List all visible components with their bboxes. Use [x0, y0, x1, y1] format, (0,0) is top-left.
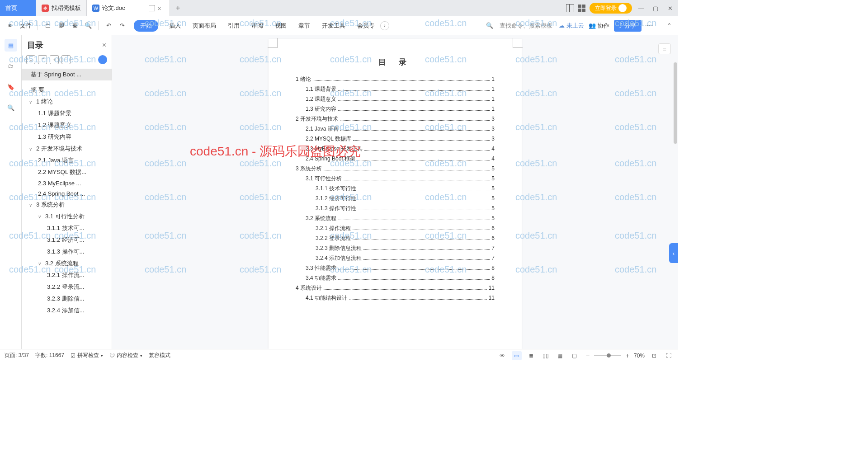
expand-icon[interactable]: ⌃ [663, 19, 675, 32]
toc-entry[interactable]: 1.3 研究内容1 [306, 105, 495, 113]
close-window-button[interactable]: ✕ [665, 3, 675, 14]
outline-abstract[interactable]: 摘 要 [22, 84, 112, 96]
outline-item[interactable]: 3.1.1 技术可... [22, 222, 112, 234]
menu-tab-2[interactable]: 页面布局 [192, 20, 217, 32]
tab-document[interactable]: W 论文.doc × [87, 0, 170, 16]
menu-tab-8[interactable]: 会员专 [356, 20, 376, 32]
toc-entry[interactable]: 1.2 课题意义1 [306, 95, 495, 103]
toc-entry[interactable]: 2.3 MyEclipse 开发工具4 [306, 145, 495, 153]
page-view-icon[interactable]: ▭ [512, 351, 522, 360]
app-grid-icon[interactable] [578, 4, 586, 12]
add-item-icon[interactable]: + [50, 55, 59, 64]
outline-item[interactable]: 3.1.3 操作可... [22, 246, 112, 258]
chat-bubble-icon[interactable] [98, 55, 107, 64]
outline-item[interactable]: 1.3 研究内容 [22, 131, 112, 143]
outline-item[interactable]: 3.1.2 经济可... [22, 234, 112, 246]
outline-view-icon[interactable]: ≣ [526, 351, 536, 360]
chevron-down-icon[interactable]: ∨ [29, 146, 34, 151]
zoom-slider[interactable] [594, 355, 621, 356]
toc-entry[interactable]: 3.2.4 添加信息流程7 [316, 254, 495, 262]
tab-template[interactable]: ❖ 找稻壳模板 [36, 0, 87, 16]
outline-item[interactable]: ∨2 开发环境与技术 [22, 143, 112, 155]
outline-item[interactable]: 2.1 Java 语言 [22, 155, 112, 166]
menu-tab-7[interactable]: 开发工具 [321, 20, 346, 32]
zoom-out-button[interactable]: − [584, 352, 591, 359]
toc-entry[interactable]: 2.2 MYSQL 数据库3 [306, 135, 495, 143]
menu-tab-1[interactable]: 插入 [168, 20, 182, 32]
nav-right-icon[interactable]: › [380, 21, 389, 30]
cloud-status[interactable]: ☁ 未上云 [559, 22, 584, 30]
toc-entry[interactable]: 3.2.2 登录流程6 [316, 235, 495, 242]
toc-entry[interactable]: 3.1.2 经济可行性5 [316, 195, 495, 202]
toc-entry[interactable]: 4 系统设计11 [296, 284, 495, 292]
menu-tab-5[interactable]: 视图 [274, 20, 288, 32]
outline-item[interactable]: 3.2.4 添加信... [22, 305, 112, 316]
redo-icon[interactable]: ↷ [116, 19, 128, 32]
close-panel-icon[interactable]: × [102, 41, 106, 49]
undo-icon[interactable]: ↶ [102, 19, 115, 32]
side-tab-button[interactable]: ‹ [669, 243, 678, 263]
toc-entry[interactable]: 3.1.3 操作可行性5 [316, 205, 495, 212]
outline-item[interactable]: ∨3 系统分析 [22, 199, 112, 211]
menu-tab-0[interactable]: 开始 [134, 20, 158, 32]
print-preview-icon[interactable]: 🔍 [82, 19, 94, 32]
outline-item[interactable]: 1.1 课题背景 [22, 108, 112, 119]
scrollbar-thumb[interactable] [674, 62, 677, 144]
fit-width-icon[interactable]: ⊡ [649, 351, 659, 360]
outline-item[interactable]: 2.3 MyEclipse ... [22, 178, 112, 188]
outline-item[interactable]: 3.2.1 操作流... [22, 269, 112, 281]
menu-tab-6[interactable]: 章节 [297, 20, 311, 32]
collapse-all-icon[interactable]: ⌄ [26, 55, 35, 64]
spellcheck-toggle[interactable]: ☑拼写检查▾ [71, 352, 103, 359]
toc-entry[interactable]: 3 系统分析5 [296, 165, 495, 173]
toc-entry[interactable]: 2.4 Spring Boot 框架4 [306, 155, 495, 163]
login-button[interactable]: 立即登录 [590, 3, 632, 14]
menu-tab-3[interactable]: 引用 [227, 20, 241, 32]
toc-entry[interactable]: 3.1 可行性分析5 [306, 175, 495, 183]
search-rail-icon[interactable]: 🔍 [5, 101, 17, 114]
menu-icon[interactable]: ≡ [4, 19, 16, 32]
right-panel-toggle[interactable]: ≡ [658, 43, 671, 54]
outline-rail-icon[interactable]: ▤ [5, 39, 17, 52]
chevron-down-icon[interactable]: ∨ [29, 99, 34, 104]
outline-item[interactable]: 2.2 MYSQL 数据... [22, 166, 112, 178]
layers-rail-icon[interactable]: 🗂 [5, 60, 17, 72]
toc-entry[interactable]: 2 开发环境与技术3 [296, 115, 495, 123]
maximize-button[interactable]: ▢ [650, 3, 661, 14]
outline-item[interactable]: ∨1 绪论 [22, 96, 112, 108]
eye-icon[interactable]: 👁 [497, 351, 507, 360]
page-indicator[interactable]: 页面: 3/37 [5, 352, 29, 359]
share-button[interactable]: ⤴ 分享 [614, 20, 642, 32]
outline-item[interactable]: 3.2.3 删除信... [22, 293, 112, 305]
toc-entry[interactable]: 3.2.3 删除信息流程7 [316, 245, 495, 252]
zoom-in-button[interactable]: + [624, 352, 631, 359]
close-tab-icon[interactable]: × [158, 5, 164, 11]
toc-entry[interactable]: 3.2 系统流程5 [306, 215, 495, 222]
chevron-down-icon[interactable]: ∨ [38, 214, 43, 219]
toc-entry[interactable]: 2.1 Java 语言3 [306, 125, 495, 133]
scrollbar[interactable] [674, 35, 677, 349]
toc-entry[interactable]: 3.4 功能需求8 [306, 274, 495, 282]
chevron-down-icon[interactable]: ∨ [38, 261, 43, 266]
toc-entry[interactable]: 4.1 功能结构设计11 [306, 294, 495, 302]
zoom-slider-thumb[interactable] [607, 353, 611, 358]
minimize-button[interactable]: — [636, 3, 646, 14]
content-check-toggle[interactable]: 🛡内容检查▾ [109, 352, 142, 359]
compat-mode[interactable]: 兼容模式 [149, 352, 170, 359]
toc-entry[interactable]: 3.2.1 操作流程6 [316, 225, 495, 232]
read-view-icon[interactable]: ▯▯ [541, 351, 551, 360]
collab-button[interactable]: 👥 协作 [589, 22, 609, 30]
file-menu[interactable]: 文件 [18, 22, 33, 30]
split-view-icon[interactable] [566, 4, 574, 12]
more-icon[interactable]: ⋯ [646, 21, 653, 30]
search-command[interactable]: 查找命令、搜索模板 [498, 22, 554, 30]
tab-home[interactable]: 首页 [0, 0, 36, 16]
outline-item[interactable]: 2.4 Spring Boot ... [22, 188, 112, 199]
fullscreen-icon[interactable]: ▢ [570, 351, 580, 360]
save-icon[interactable]: 🗀 [41, 19, 54, 32]
expand-view-icon[interactable]: ⛶ [664, 351, 674, 360]
print-icon[interactable]: 🖶 [68, 19, 81, 32]
chevron-down-icon[interactable]: ∨ [29, 202, 34, 207]
word-count[interactable]: 字数: 11667 [35, 352, 64, 359]
outline-item[interactable]: 1.2 课题意义 [22, 119, 112, 131]
